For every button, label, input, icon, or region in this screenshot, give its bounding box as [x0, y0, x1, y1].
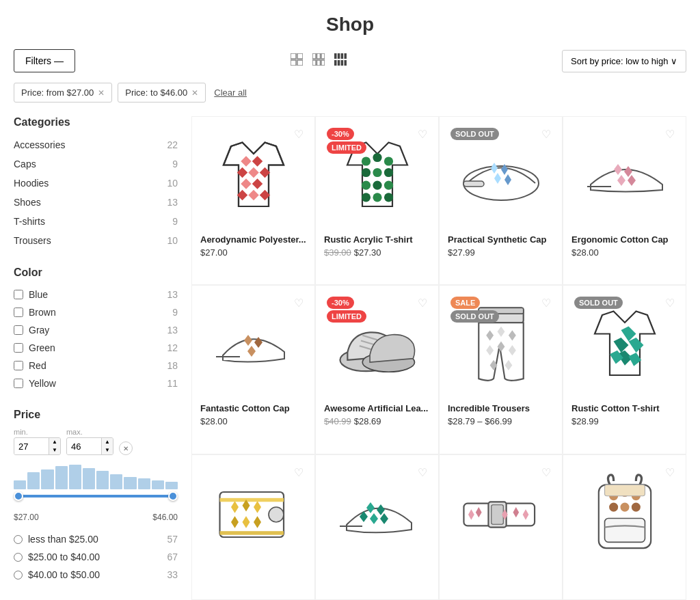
wishlist-button[interactable]: ♡: [294, 297, 304, 310]
product-card[interactable]: SALESOLD OUT ♡ Incredible Trousers: [439, 285, 563, 454]
product-name: Practical Synthetic Cap: [448, 234, 554, 245]
svg-rect-95: [491, 504, 502, 523]
filter-tag-price-to[interactable]: Price: to $46.00 ✕: [118, 83, 206, 103]
product-image: [336, 477, 418, 552]
product-image-wrap: SOLD OUT ♡: [448, 125, 554, 228]
product-image-wrap: ♡: [200, 463, 306, 566]
category-name: Caps: [14, 159, 36, 169]
category-name: Trousers: [14, 235, 51, 246]
color-checkbox[interactable]: [14, 361, 23, 370]
svg-rect-11: [338, 53, 340, 59]
wishlist-button[interactable]: ♡: [294, 466, 304, 479]
product-name: Rustic Acrylic T-shirt: [324, 234, 430, 245]
price-min-label: min.: [14, 428, 61, 436]
product-card[interactable]: ♡ Ergonomic Cotton Cap $28.00: [563, 116, 686, 285]
sidebar-color-brown[interactable]: Brown9: [14, 303, 178, 321]
sidebar-color-yellow[interactable]: Yellow11: [14, 374, 178, 392]
price-min-down[interactable]: ▼: [49, 446, 60, 454]
product-card[interactable]: SOLD OUT ♡ Rustic Cotton T-shirt $28.99: [563, 285, 686, 454]
sidebar-category-hoodies[interactable]: Hoodies10: [14, 174, 178, 193]
color-checkbox[interactable]: [14, 379, 23, 388]
price-radio-item[interactable]: $25.00 to $40.0067: [14, 548, 178, 566]
price-slider-max-thumb[interactable]: [168, 491, 178, 501]
histogram-bar: [27, 472, 40, 489]
grid-2col-button[interactable]: [288, 51, 306, 72]
histogram-bar: [138, 478, 150, 489]
wishlist-button[interactable]: ♡: [665, 297, 675, 310]
product-image-wrap: -30%LIMITED ♡: [324, 294, 430, 396]
wishlist-button[interactable]: ♡: [418, 297, 427, 310]
colors-list: Blue13Brown9Gray13Green12Red18Yellow11: [14, 286, 178, 392]
sort-button[interactable]: Sort by price: low to high ∨: [562, 50, 686, 72]
filters-button[interactable]: Filters —: [14, 49, 75, 72]
product-card[interactable]: -30%LIMITED ♡ Awesome Artificial Lea... …: [315, 285, 439, 454]
sidebar-color-green[interactable]: Green12: [14, 339, 178, 357]
grid-4col-button[interactable]: [332, 51, 349, 72]
price-radio-item[interactable]: $40.00 to $50.0033: [14, 566, 178, 584]
filter-tag-remove-icon[interactable]: ✕: [98, 88, 105, 98]
wishlist-button[interactable]: ♡: [294, 128, 304, 141]
color-checkbox[interactable]: [14, 343, 23, 353]
product-card[interactable]: ♡: [439, 454, 563, 600]
sidebar-color-red[interactable]: Red18: [14, 357, 178, 374]
sidebar-category-shoes[interactable]: Shoes13: [14, 193, 178, 212]
color-checkbox[interactable]: [14, 290, 23, 299]
product-name: Awesome Artificial Lea...: [324, 403, 430, 413]
top-bar: Filters — Sort by price: low to high ∨: [14, 49, 686, 72]
sidebar-category-caps[interactable]: Caps9: [14, 154, 178, 174]
price-radio[interactable]: [14, 553, 23, 562]
wishlist-button[interactable]: ♡: [665, 128, 675, 141]
sidebar-category-trousers[interactable]: Trousers10: [14, 231, 178, 250]
svg-rect-14: [334, 60, 337, 66]
wishlist-button[interactable]: ♡: [541, 297, 551, 310]
color-checkbox[interactable]: [14, 325, 23, 335]
sidebar-category-t-shirts[interactable]: T-shirts9: [14, 212, 178, 231]
category-name: T-shirts: [14, 216, 45, 227]
price-max-up[interactable]: ▲: [101, 438, 113, 446]
filter-tag-price-from[interactable]: Price: from $27.00 ✕: [14, 83, 112, 103]
svg-point-31: [361, 156, 370, 165]
grid-3col-button[interactable]: [310, 51, 327, 72]
price-slider[interactable]: [14, 495, 178, 508]
histogram-bar: [69, 465, 81, 489]
wishlist-button[interactable]: ♡: [418, 466, 427, 479]
color-checkbox[interactable]: [14, 308, 23, 317]
product-card[interactable]: ♡ Aerodynamic Polyester... $27.00: [191, 116, 315, 285]
clear-all-button[interactable]: Clear all: [211, 83, 250, 102]
filter-tag-label: Price: from $27.00: [21, 87, 94, 98]
product-card[interactable]: ♡: [191, 454, 315, 600]
price-max-wrap: ▲ ▼: [66, 437, 113, 455]
price-radio-item[interactable]: less than $25.0057: [14, 530, 178, 548]
svg-point-106: [609, 502, 618, 511]
sidebar-category-accessories[interactable]: Accessories22: [14, 135, 178, 154]
product-card[interactable]: -30%LIMITED ♡ Rustic Acrylic T-shirt: [315, 116, 439, 285]
product-card[interactable]: SOLD OUT ♡ Practical Synthetic Cap $27.9…: [439, 116, 563, 285]
sidebar-color-blue[interactable]: Blue13: [14, 286, 178, 303]
product-image-wrap: ♡: [200, 294, 306, 396]
product-card[interactable]: ♡: [563, 454, 686, 600]
price-histogram: [14, 462, 178, 489]
product-price: $27.99: [448, 247, 554, 258]
price-radio[interactable]: [14, 571, 23, 579]
price-max-down[interactable]: ▼: [101, 446, 113, 454]
price-max-input[interactable]: [67, 439, 101, 454]
product-card[interactable]: ♡: [315, 454, 439, 600]
category-count: 10: [167, 178, 178, 189]
price-slider-min-thumb[interactable]: [14, 491, 23, 501]
filter-tag-remove-icon[interactable]: ✕: [191, 88, 198, 98]
svg-rect-0: [291, 53, 296, 59]
product-card[interactable]: ♡ Fantastic Cotton Cap $28.00: [191, 285, 315, 454]
price-radio[interactable]: [14, 535, 23, 544]
svg-point-42: [383, 193, 392, 202]
price-clear-button[interactable]: ✕: [119, 441, 133, 455]
price-min-input[interactable]: [14, 439, 49, 454]
wishlist-button[interactable]: ♡: [665, 466, 675, 479]
product-image-wrap: SOLD OUT ♡: [571, 294, 677, 396]
wishlist-button[interactable]: ♡: [541, 128, 551, 141]
svg-point-37: [361, 181, 370, 190]
wishlist-button[interactable]: ♡: [541, 466, 551, 479]
price-min-up[interactable]: ▲: [49, 438, 60, 446]
sidebar-color-gray[interactable]: Gray13: [14, 321, 178, 339]
wishlist-button[interactable]: ♡: [418, 128, 427, 141]
category-name: Accessories: [14, 139, 65, 150]
